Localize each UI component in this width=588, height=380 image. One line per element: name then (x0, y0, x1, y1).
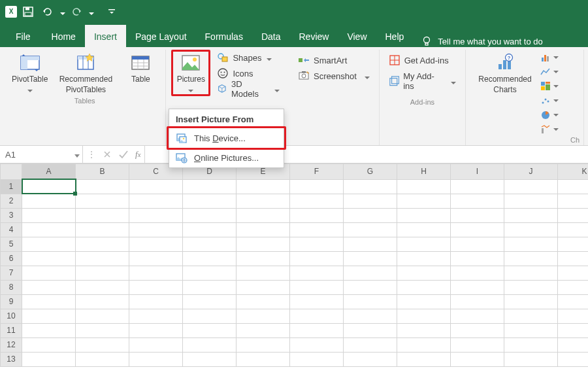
cell-B8[interactable] (76, 280, 129, 294)
cell-D6[interactable] (183, 251, 237, 266)
cell-C3[interactable] (129, 208, 183, 222)
enter-icon[interactable] (118, 150, 129, 159)
cell-H12[interactable] (397, 337, 451, 352)
cell-C5[interactable] (129, 237, 183, 251)
cell-G4[interactable] (344, 222, 397, 237)
col-header-J[interactable]: J (504, 164, 558, 180)
cell-K2[interactable] (558, 194, 589, 208)
menu-online-pictures[interactable]: Online Pictures... (169, 148, 284, 167)
cell-C8[interactable] (129, 280, 183, 294)
name-box[interactable]: A1 (0, 146, 83, 163)
cell-D3[interactable] (183, 208, 237, 222)
cell-J7[interactable] (504, 266, 558, 280)
cell-C1[interactable] (129, 179, 183, 194)
cell-I4[interactable] (451, 222, 504, 237)
cell-J1[interactable] (504, 179, 558, 194)
cell-D4[interactable] (183, 222, 237, 237)
cell-K7[interactable] (558, 266, 589, 280)
cell-B1[interactable] (76, 179, 129, 194)
recommended-pivottables-button[interactable]: Recommended PivotTables (52, 50, 120, 95)
cell-G9[interactable] (344, 294, 397, 309)
row-header-5[interactable]: 5 (1, 237, 22, 251)
tab-review[interactable]: Review (290, 25, 338, 47)
cell-J3[interactable] (504, 208, 558, 222)
get-addins-button[interactable]: Get Add-ins (385, 52, 460, 68)
tab-insert[interactable]: Insert (85, 25, 126, 47)
cell-H11[interactable] (397, 323, 451, 337)
tab-page-layout[interactable]: Page Layout (126, 25, 196, 47)
cell-J2[interactable] (504, 194, 558, 208)
cell-F10[interactable] (290, 309, 344, 323)
cell-C9[interactable] (129, 294, 183, 309)
cell-E1[interactable] (237, 179, 290, 194)
col-header-I[interactable]: I (451, 164, 504, 180)
cell-D13[interactable] (183, 352, 237, 366)
shapes-button[interactable]: Shapes (213, 50, 284, 65)
cell-E5[interactable] (237, 237, 290, 251)
col-header-F[interactable]: F (290, 164, 344, 180)
cell-I3[interactable] (451, 208, 504, 222)
tab-home[interactable]: Home (42, 25, 85, 47)
col-header-G[interactable]: G (344, 164, 397, 180)
worksheet-grid[interactable]: A B C D E F G H I J K 12345678910111213 (0, 164, 588, 367)
cell-B3[interactable] (76, 208, 129, 222)
cell-D2[interactable] (183, 194, 237, 208)
cell-E3[interactable] (237, 208, 290, 222)
cell-K13[interactable] (558, 352, 589, 366)
undo-caret-icon[interactable] (60, 7, 65, 17)
fx-icon[interactable]: fx (135, 149, 140, 160)
pivottable-button[interactable]: PivotTable (9, 50, 50, 95)
pie-chart-button[interactable] (540, 110, 559, 120)
my-addins-button[interactable]: My Add-ins (385, 73, 460, 89)
cell-E7[interactable] (237, 266, 290, 280)
cell-C13[interactable] (129, 352, 183, 366)
qat-customize[interactable] (103, 3, 120, 20)
cell-I5[interactable] (451, 237, 504, 251)
cell-K5[interactable] (558, 237, 589, 251)
cell-C10[interactable] (129, 309, 183, 323)
cell-F4[interactable] (290, 222, 344, 237)
cell-B9[interactable] (76, 294, 129, 309)
cell-I13[interactable] (451, 352, 504, 366)
col-header-K[interactable]: K (558, 164, 589, 180)
row-header-7[interactable]: 7 (1, 266, 22, 280)
cell-I10[interactable] (451, 309, 504, 323)
row-header-1[interactable]: 1 (1, 179, 22, 194)
cell-F12[interactable] (290, 337, 344, 352)
cell-K6[interactable] (558, 251, 589, 266)
cell-J9[interactable] (504, 294, 558, 309)
cell-E2[interactable] (237, 194, 290, 208)
cell-E10[interactable] (237, 309, 290, 323)
redo-caret-icon[interactable] (89, 7, 94, 17)
screenshot-button[interactable]: Screenshot (294, 68, 374, 84)
cell-K4[interactable] (558, 222, 589, 237)
hierarchy-chart-button[interactable] (540, 81, 559, 92)
redo-button[interactable] (68, 3, 85, 20)
cell-F2[interactable] (290, 194, 344, 208)
col-header-A[interactable]: A (22, 164, 76, 180)
tab-help[interactable]: Help (376, 25, 414, 47)
cancel-icon[interactable] (103, 150, 112, 159)
pictures-button[interactable]: Pictures (171, 50, 210, 96)
cell-I12[interactable] (451, 337, 504, 352)
cell-A11[interactable] (22, 323, 76, 337)
undo-button[interactable] (39, 3, 56, 20)
cell-C2[interactable] (129, 194, 183, 208)
cell-A10[interactable] (22, 309, 76, 323)
cell-A13[interactable] (22, 352, 76, 366)
cell-G7[interactable] (344, 266, 397, 280)
cell-G12[interactable] (344, 337, 397, 352)
more-charts-button[interactable] (540, 124, 559, 135)
cell-H7[interactable] (397, 266, 451, 280)
smartart-button[interactable]: SmartArt (294, 52, 374, 68)
cell-K12[interactable] (558, 337, 589, 352)
cell-C6[interactable] (129, 251, 183, 266)
cell-G3[interactable] (344, 208, 397, 222)
cell-J10[interactable] (504, 309, 558, 323)
cell-H13[interactable] (397, 352, 451, 366)
row-header-6[interactable]: 6 (1, 251, 22, 266)
tab-view[interactable]: View (338, 25, 376, 47)
cell-A1[interactable] (22, 179, 76, 194)
cell-J11[interactable] (504, 323, 558, 337)
tell-me[interactable]: Tell me what you want to do (421, 35, 542, 47)
